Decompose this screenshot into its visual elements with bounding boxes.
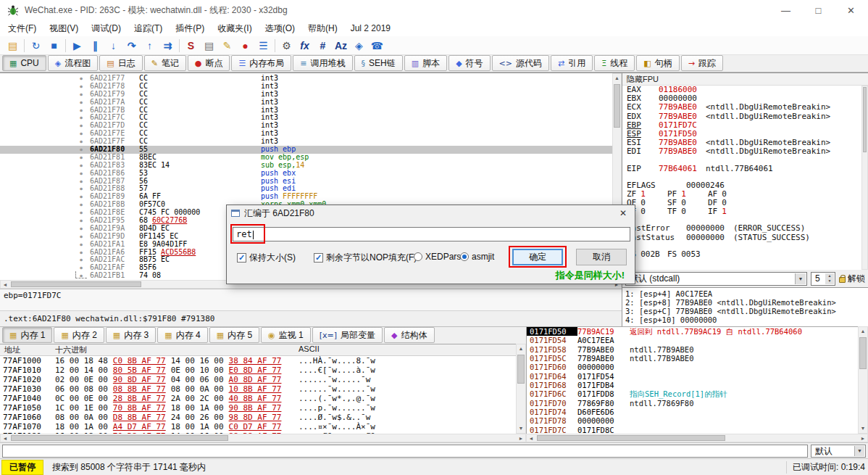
memory-map-icon[interactable]: ☰ bbox=[254, 38, 272, 54]
disasm-row[interactable]: ●6AD21F8653push ebx bbox=[0, 170, 622, 178]
dump-vscrollbar[interactable]: ▲▼ bbox=[516, 344, 526, 434]
stack-row[interactable]: 0171FD5877B9ABE0ntdll.77B9ABE0 bbox=[527, 345, 868, 354]
chevron-down-icon[interactable]: ▼ bbox=[795, 273, 806, 284]
menu-item[interactable]: 追踪(T) bbox=[128, 20, 169, 37]
dialog-close-button[interactable]: ✕ bbox=[612, 205, 635, 221]
tab-locals[interactable]: [x=]局部变量 bbox=[312, 327, 383, 343]
tab-threads[interactable]: Ξ线程 bbox=[594, 55, 635, 71]
tab-dump-4[interactable]: ▦内存 4 bbox=[157, 327, 207, 343]
log-icon[interactable]: ▤ bbox=[200, 38, 218, 54]
argument-row[interactable]: 1: [esp+4] A0C17EEA bbox=[625, 289, 865, 298]
minimize-button[interactable]: — bbox=[769, 1, 802, 20]
dump-row[interactable]: 77AF103006 00 08 0008 8B AF 7708 00 0A 0… bbox=[0, 384, 526, 394]
menu-item[interactable]: 插件(P) bbox=[169, 20, 211, 37]
register-row[interactable]: EIP77B64061ntdll.77B64061 bbox=[622, 165, 868, 173]
registers-vscrollbar[interactable] bbox=[861, 86, 868, 270]
tab-struct[interactable]: ◆结构体 bbox=[384, 327, 434, 343]
dump-row[interactable]: 77AF102002 00 0E 0090 8D AF 7704 00 06 0… bbox=[0, 375, 526, 384]
graph-icon[interactable]: ◈ bbox=[350, 38, 368, 54]
asmjit-radio[interactable]: asmjit bbox=[460, 252, 494, 262]
tab-handles[interactable]: ◧句柄 bbox=[636, 55, 679, 71]
tab-dump-1[interactable]: ▦内存 1 bbox=[2, 327, 52, 343]
stop-icon[interactable]: ■ bbox=[45, 38, 63, 54]
flags-row[interactable]: GS002BFS0053 bbox=[622, 250, 868, 259]
menu-item[interactable]: 调试(D) bbox=[85, 20, 128, 37]
step-out-icon[interactable]: ↑ bbox=[141, 38, 159, 54]
stack-row[interactable]: 0171FD7077869F80ntdll.77869F80 bbox=[527, 399, 868, 408]
hide-fpu-button[interactable]: 隐藏FPU bbox=[622, 73, 868, 86]
step-over-icon[interactable]: ↷ bbox=[122, 38, 141, 54]
stack-vscrollbar[interactable]: ▲▼ bbox=[858, 326, 868, 434]
dump-row[interactable]: 77AF10400C 00 0E 0028 8B AF 772A 00 2C 0… bbox=[0, 394, 526, 403]
calculator-icon[interactable]: fx bbox=[296, 38, 314, 54]
arg-count-stepper[interactable]: 5▲▼ bbox=[811, 272, 835, 286]
open-file-icon[interactable]: ▤ bbox=[4, 38, 22, 54]
argument-row[interactable]: 3: [esp+C] 77B9ABE0 <ntdll.DbgUiRemoteBr… bbox=[625, 307, 865, 315]
flags-row[interactable]: ZF1PF1AF0 bbox=[622, 190, 868, 199]
assemble-input[interactable]: ret bbox=[233, 227, 630, 241]
stack-row[interactable]: 0171FD7800000000 bbox=[527, 416, 868, 425]
command-profile-select[interactable]: 默认▼ bbox=[811, 445, 866, 458]
stack-row[interactable]: 0171FD640171FD54 bbox=[527, 372, 868, 381]
register-row[interactable]: LastStatus00000000(STATUS_SUCCESS) bbox=[622, 234, 868, 242]
argument-row[interactable]: 4: [esp+10] 00000000 bbox=[625, 315, 865, 324]
tab-watch-1[interactable]: ◉监视 1 bbox=[261, 327, 311, 343]
nop-fill-checkbox[interactable]: ✓ 剩余字节以NOP填充(F) bbox=[314, 252, 417, 264]
stack-row[interactable]: 0171FD6C0171FDD8指向SEH_Record[1]的指针 bbox=[527, 389, 868, 398]
tab-source[interactable]: <>源代码 bbox=[492, 55, 549, 71]
calling-convention-select[interactable]: 默认 (stdcall)▼ bbox=[625, 272, 807, 286]
maximize-button[interactable]: □ bbox=[802, 1, 835, 20]
menu-item[interactable]: 视图(V) bbox=[43, 20, 85, 37]
flag-tf[interactable]: TF0 bbox=[667, 207, 708, 216]
breakpoints-icon[interactable]: ● bbox=[236, 38, 254, 54]
menu-item[interactable]: Jul 2 2019 bbox=[344, 21, 397, 36]
register-row[interactable]: LastError00000000(ERROR_SUCCESS) bbox=[622, 224, 868, 233]
spinner-arrows-icon[interactable]: ▲▼ bbox=[825, 273, 834, 284]
strings-icon[interactable]: Az bbox=[332, 38, 350, 54]
flag-if[interactable]: IF1 bbox=[708, 207, 748, 216]
stack-row[interactable]: 0171FD74D60FE6D6 bbox=[527, 408, 868, 416]
run-icon[interactable]: ▶ bbox=[68, 38, 86, 54]
tab-symbols[interactable]: ◆符号 bbox=[448, 55, 490, 71]
scylla-icon[interactable]: S bbox=[182, 38, 200, 54]
stack-row[interactable]: 0171FD7C0171FD8C bbox=[527, 426, 868, 434]
cancel-button[interactable]: 取消 bbox=[576, 249, 627, 265]
dump-row[interactable]: 77AF107018 00 1A 00A4 D7 AF 7718 00 1A 0… bbox=[0, 422, 526, 431]
tab-references[interactable]: ⇄引用 bbox=[551, 55, 593, 71]
pause-icon[interactable]: ∥ bbox=[86, 38, 104, 54]
register-row[interactable]: EFLAGS00000246 bbox=[622, 181, 868, 190]
flags-row[interactable]: OF0SF0DF0 bbox=[622, 199, 868, 207]
tab-notes[interactable]: ✎笔记 bbox=[144, 55, 186, 71]
stack-row[interactable]: 0171FD54A0C17EEA bbox=[527, 336, 868, 344]
patches-icon[interactable]: # bbox=[314, 38, 332, 54]
flag-fs[interactable]: FS0053 bbox=[667, 250, 708, 259]
tab-dump-5[interactable]: ▦内存 5 bbox=[209, 327, 259, 343]
stack-row[interactable]: 0171FD5C77B9ABE0ntdll.77B9ABE0 bbox=[527, 354, 868, 363]
menu-item[interactable]: 收藏夹(I) bbox=[211, 20, 258, 37]
tab-dump-3[interactable]: ▦内存 3 bbox=[106, 327, 156, 343]
menu-item[interactable]: 帮助(H) bbox=[301, 20, 344, 37]
tab-dump-2[interactable]: ▦内存 2 bbox=[54, 327, 104, 343]
tab-seh[interactable]: §SEH链 bbox=[354, 55, 403, 71]
tab-call-stack[interactable]: ≡调用堆栈 bbox=[293, 55, 352, 71]
keep-size-checkbox[interactable]: ✓ 保持大小(S) bbox=[237, 252, 296, 264]
disasm-row[interactable]: ●6AD21F7ACCint3 bbox=[0, 99, 622, 107]
notes-icon[interactable]: ✎ bbox=[218, 38, 236, 54]
flags-row[interactable]: CF0TF0IF1 bbox=[622, 207, 868, 216]
unlock-toggle[interactable]: 解锁 bbox=[839, 273, 865, 285]
tab-script[interactable]: ▥脚本 bbox=[404, 55, 447, 71]
command-input[interactable] bbox=[2, 445, 808, 458]
menu-item[interactable]: 文件(F) bbox=[1, 20, 43, 37]
xedparse-radio[interactable]: XEDParse bbox=[414, 252, 466, 262]
dump-row[interactable]: 77AF101012 00 14 0080 5B AF 770E 00 10 0… bbox=[0, 365, 526, 375]
restart-icon[interactable]: ↻ bbox=[27, 38, 45, 54]
animate-icon[interactable]: ⇉ bbox=[159, 38, 177, 54]
settings-icon[interactable]: ⚙ bbox=[277, 38, 296, 54]
stack-row[interactable]: 0171FD6000000000 bbox=[527, 363, 868, 371]
tab-graph[interactable]: ◈流程图 bbox=[48, 55, 98, 71]
dump-row[interactable]: 77AF100016 00 18 48C0 8B AF 7714 00 16 0… bbox=[0, 356, 526, 365]
menu-item[interactable]: 选项(O) bbox=[259, 20, 301, 37]
dump-row[interactable]: 77AF106008 00 0A 00D8 8B AF 7724 00 26 0… bbox=[0, 413, 526, 422]
argument-row[interactable]: 2: [esp+8] 77B9ABE0 <ntdll.DbgUiRemoteBr… bbox=[625, 298, 865, 307]
stack-row[interactable]: 0171FD5077B9AC19返回到 ntdll.77B9AC19 自 ntd… bbox=[527, 327, 868, 336]
